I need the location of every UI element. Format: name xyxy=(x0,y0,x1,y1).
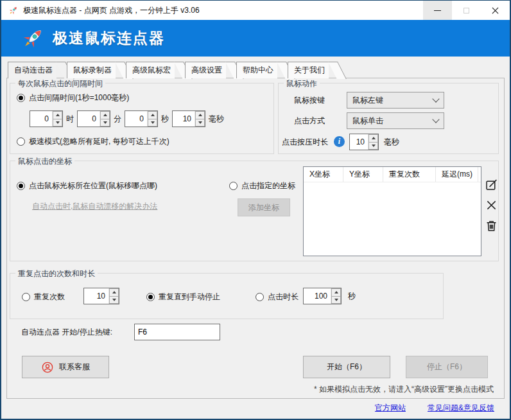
click-mode-label: 点击方式 xyxy=(294,112,325,129)
minimize-icon xyxy=(434,10,441,11)
milliseconds-unit: 毫秒 xyxy=(209,114,224,125)
minutes-unit: 分 xyxy=(114,114,121,125)
click-duration-unit: 秒 xyxy=(348,288,356,304)
stop-button[interactable]: 停止（F6） xyxy=(406,356,488,378)
interval-spinners: 0 时 0 分 0 秒 10 毫秒 xyxy=(30,110,224,127)
close-icon xyxy=(492,7,499,14)
contact-support-button[interactable]: 联系客服 xyxy=(22,356,109,378)
rocket-icon xyxy=(8,5,19,16)
interval-group-title: 每次鼠标点击的间隔时间 xyxy=(15,78,105,89)
interval-groupbox: 每次鼠标点击的间隔时间 点击间隔时间(1秒=1000毫秒) 0 时 0 分 0 xyxy=(10,83,274,154)
seconds-unit: 秒 xyxy=(161,114,169,125)
repeat-count-stepper[interactable]: 10 xyxy=(83,288,119,304)
maximize-button[interactable] xyxy=(452,1,481,20)
coords-groupbox: 鼠标点击的坐标 点击鼠标光标所在位置(鼠标移哪点哪) 自动点击时,鼠标自动漂移的… xyxy=(10,161,499,261)
person-icon xyxy=(41,361,54,374)
edit-icon[interactable] xyxy=(485,178,498,191)
app-name: 极速鼠标连点器 xyxy=(53,28,165,48)
tab-page-auto-clicker: 每次鼠标点击的间隔时间 点击间隔时间(1秒=1000毫秒) 0 时 0 分 0 xyxy=(6,78,505,399)
spin-up-button[interactable] xyxy=(331,288,341,297)
click-duration-stepper[interactable]: 100 xyxy=(303,288,342,304)
tab-advanced-macro[interactable]: 高级鼠标宏 xyxy=(126,62,175,78)
footer-note: * 如果模拟点击无效，请进入“高级设置”更换点击模式 xyxy=(314,384,494,395)
tab-about-us[interactable]: 关于我们 xyxy=(288,62,329,78)
window-title: 极速鼠标连点器 - 点网页 点游戏，一分钟上手 v3.06 xyxy=(23,5,200,16)
radio-unselected-icon xyxy=(229,182,238,190)
radio-click-fixed-coords[interactable]: 点击指定的坐标 xyxy=(229,180,295,191)
hours-unit: 时 xyxy=(66,114,74,125)
radio-selected-icon xyxy=(17,94,25,102)
tab-help-center[interactable]: 帮助中心 xyxy=(236,62,277,78)
repeat-groupbox: 重复点击的次数和时长 重复次数 10 重复直到手动停止 点击时长 100 秒 xyxy=(10,273,444,319)
mouse-action-groupbox: 鼠标动作 鼠标按键 鼠标左键 点击方式 鼠标单击 点击按压时长 i 10 毫秒 xyxy=(278,83,499,154)
spin-up-button[interactable] xyxy=(53,111,62,119)
maximize-icon xyxy=(463,8,469,13)
spin-up-button[interactable] xyxy=(368,134,378,143)
spin-down-button[interactable] xyxy=(148,119,157,127)
rocket-logo-icon xyxy=(21,26,45,51)
add-coordinate-button[interactable]: 添加坐标 xyxy=(238,198,290,216)
tab-mouse-recorder[interactable]: 鼠标录制器 xyxy=(67,62,116,78)
tab-advanced-settings[interactable]: 高级设置 xyxy=(185,62,226,78)
spin-up-button[interactable] xyxy=(109,288,119,297)
seconds-stepper[interactable]: 0 xyxy=(125,110,158,127)
col-delay: 延迟(ms) xyxy=(436,167,478,182)
minutes-stepper[interactable]: 0 xyxy=(77,110,110,127)
faq-feedback-link[interactable]: 常见问题&意见反馈 xyxy=(428,403,494,414)
spin-up-button[interactable] xyxy=(100,111,110,119)
spin-down-button[interactable] xyxy=(100,119,110,127)
trash-icon[interactable] xyxy=(485,219,498,232)
press-duration-label: 点击按压时长 xyxy=(282,134,328,150)
close-button[interactable] xyxy=(481,1,510,20)
coords-table[interactable]: X坐标 Y坐标 重复次数 延迟(ms) xyxy=(303,166,481,256)
info-icon[interactable]: i xyxy=(334,136,345,147)
app-window: 极速鼠标连点器 - 点网页 点游戏，一分钟上手 v3.06 极速鼠标连点器 xyxy=(0,0,511,420)
spin-down-button[interactable] xyxy=(195,119,205,127)
radio-unselected-icon xyxy=(22,293,30,301)
chevron-down-icon xyxy=(432,116,439,123)
tabstrip: 自动连击器 鼠标录制器 高级鼠标宏 高级设置 帮助中心 关于我们 xyxy=(8,62,339,78)
app-banner: 极速鼠标连点器 xyxy=(1,20,510,57)
mouse-action-group-title: 鼠标动作 xyxy=(284,78,320,89)
spin-down-button[interactable] xyxy=(53,119,62,127)
col-repeat: 重复次数 xyxy=(383,167,436,182)
radio-click-interval[interactable]: 点击间隔时间(1秒=1000毫秒) xyxy=(17,92,129,103)
titlebar: 极速鼠标连点器 - 点网页 点游戏，一分钟上手 v3.06 xyxy=(1,1,510,20)
radio-click-at-cursor[interactable]: 点击鼠标光标所在位置(鼠标移哪点哪) xyxy=(17,180,157,191)
radio-selected-icon xyxy=(17,182,25,190)
spin-down-button[interactable] xyxy=(109,297,119,304)
drift-solution-link[interactable]: 自动点击时,鼠标自动漂移的解决办法 xyxy=(32,201,157,212)
official-site-link[interactable]: 官方网站 xyxy=(375,403,406,414)
mouse-button-select[interactable]: 鼠标左键 xyxy=(347,92,444,109)
col-y: Y坐标 xyxy=(343,167,383,182)
radio-selected-icon xyxy=(146,293,155,301)
tab-auto-clicker[interactable]: 自动连击器 xyxy=(8,62,56,78)
coords-tools xyxy=(485,178,498,232)
spin-up-button[interactable] xyxy=(195,111,205,119)
footer-links: 官方网站 常见问题&意见反馈 xyxy=(375,403,494,414)
radio-turbo-mode[interactable]: 极速模式(忽略所有延时, 每秒可达上千次) xyxy=(17,136,169,147)
hours-stepper[interactable]: 0 xyxy=(30,110,63,127)
hotkey-label: 自动连点器 开始/停止热键: xyxy=(21,324,112,340)
press-duration-stepper[interactable]: 10 xyxy=(349,134,379,150)
coords-group-title: 鼠标点击的坐标 xyxy=(15,156,74,167)
minimize-button[interactable] xyxy=(423,1,452,20)
repeat-group-title: 重复点击的次数和时长 xyxy=(15,268,98,279)
chevron-down-icon xyxy=(432,95,439,102)
press-duration-unit: 毫秒 xyxy=(384,134,399,150)
coords-table-header: X坐标 Y坐标 重复次数 延迟(ms) xyxy=(304,167,481,182)
start-button[interactable]: 开始（F6） xyxy=(303,356,390,378)
radio-unselected-icon xyxy=(256,293,264,301)
x-delete-icon[interactable] xyxy=(485,198,498,212)
hotkey-input[interactable] xyxy=(134,324,220,340)
click-mode-select[interactable]: 鼠标单击 xyxy=(347,112,444,129)
radio-click-duration[interactable]: 点击时长 xyxy=(256,292,299,302)
radio-repeat-count[interactable]: 重复次数 xyxy=(22,292,65,302)
mouse-button-label: 鼠标按键 xyxy=(294,92,325,109)
spin-down-button[interactable] xyxy=(331,297,341,304)
radio-repeat-until-stopped[interactable]: 重复直到手动停止 xyxy=(146,292,220,302)
spin-down-button[interactable] xyxy=(368,143,378,150)
spin-up-button[interactable] xyxy=(148,111,157,119)
radio-unselected-icon xyxy=(17,137,25,146)
milliseconds-stepper[interactable]: 10 xyxy=(172,110,205,127)
